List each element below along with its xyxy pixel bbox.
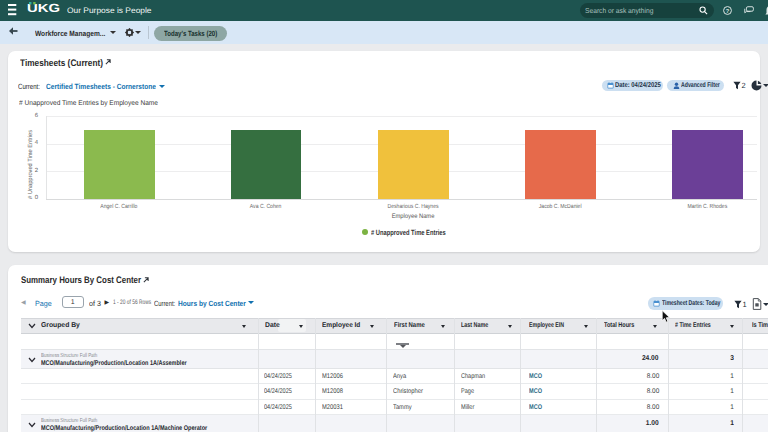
svg-text:?: ? (725, 9, 729, 15)
